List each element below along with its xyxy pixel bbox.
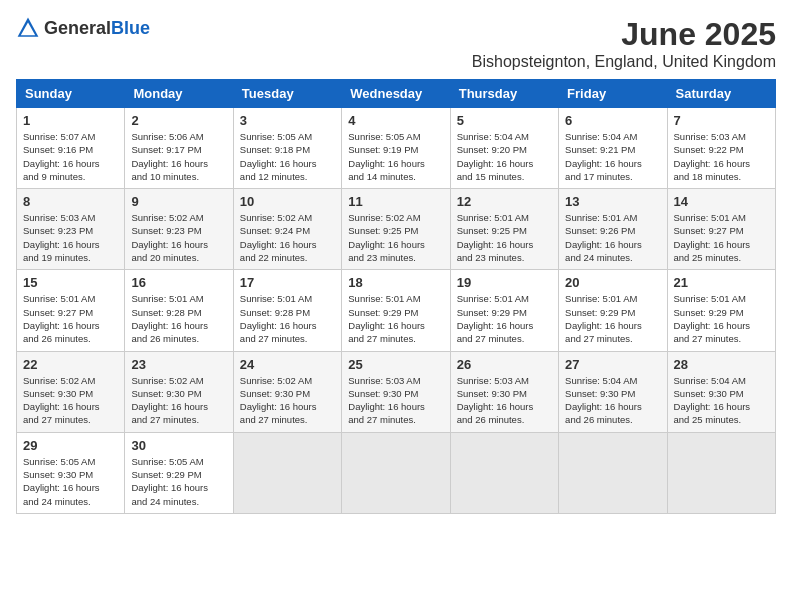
day-detail: Sunrise: 5:01 AMSunset: 9:26 PMDaylight:…	[565, 211, 660, 264]
day-detail: Sunrise: 5:04 AMSunset: 9:20 PMDaylight:…	[457, 130, 552, 183]
table-row: 14Sunrise: 5:01 AMSunset: 9:27 PMDayligh…	[667, 189, 775, 270]
day-number: 24	[240, 357, 335, 372]
table-row: 22Sunrise: 5:02 AMSunset: 9:30 PMDayligh…	[17, 351, 125, 432]
header: GeneralBlue June 2025 Bishopsteignton, E…	[16, 16, 776, 71]
day-detail: Sunrise: 5:01 AMSunset: 9:28 PMDaylight:…	[240, 292, 335, 345]
table-row: 19Sunrise: 5:01 AMSunset: 9:29 PMDayligh…	[450, 270, 558, 351]
table-row: 12Sunrise: 5:01 AMSunset: 9:25 PMDayligh…	[450, 189, 558, 270]
day-number: 23	[131, 357, 226, 372]
table-row: 29Sunrise: 5:05 AMSunset: 9:30 PMDayligh…	[17, 432, 125, 513]
weekday-header-saturday: Saturday	[667, 80, 775, 108]
logo: GeneralBlue	[16, 16, 150, 40]
table-row: 17Sunrise: 5:01 AMSunset: 9:28 PMDayligh…	[233, 270, 341, 351]
table-row: 1Sunrise: 5:07 AMSunset: 9:16 PMDaylight…	[17, 108, 125, 189]
table-row	[667, 432, 775, 513]
day-number: 8	[23, 194, 118, 209]
day-detail: Sunrise: 5:01 AMSunset: 9:28 PMDaylight:…	[131, 292, 226, 345]
day-number: 6	[565, 113, 660, 128]
day-detail: Sunrise: 5:05 AMSunset: 9:19 PMDaylight:…	[348, 130, 443, 183]
day-detail: Sunrise: 5:02 AMSunset: 9:30 PMDaylight:…	[23, 374, 118, 427]
day-number: 21	[674, 275, 769, 290]
table-row: 3Sunrise: 5:05 AMSunset: 9:18 PMDaylight…	[233, 108, 341, 189]
table-row	[559, 432, 667, 513]
day-number: 30	[131, 438, 226, 453]
day-number: 16	[131, 275, 226, 290]
day-number: 13	[565, 194, 660, 209]
day-detail: Sunrise: 5:01 AMSunset: 9:29 PMDaylight:…	[674, 292, 769, 345]
day-number: 5	[457, 113, 552, 128]
day-number: 9	[131, 194, 226, 209]
table-row: 30Sunrise: 5:05 AMSunset: 9:29 PMDayligh…	[125, 432, 233, 513]
calendar-row-3: 15Sunrise: 5:01 AMSunset: 9:27 PMDayligh…	[17, 270, 776, 351]
day-number: 4	[348, 113, 443, 128]
day-detail: Sunrise: 5:04 AMSunset: 9:21 PMDaylight:…	[565, 130, 660, 183]
table-row: 10Sunrise: 5:02 AMSunset: 9:24 PMDayligh…	[233, 189, 341, 270]
day-detail: Sunrise: 5:01 AMSunset: 9:29 PMDaylight:…	[348, 292, 443, 345]
day-detail: Sunrise: 5:04 AMSunset: 9:30 PMDaylight:…	[565, 374, 660, 427]
table-row	[233, 432, 341, 513]
day-detail: Sunrise: 5:01 AMSunset: 9:27 PMDaylight:…	[23, 292, 118, 345]
day-number: 7	[674, 113, 769, 128]
day-number: 29	[23, 438, 118, 453]
table-row: 16Sunrise: 5:01 AMSunset: 9:28 PMDayligh…	[125, 270, 233, 351]
weekday-header-tuesday: Tuesday	[233, 80, 341, 108]
day-detail: Sunrise: 5:02 AMSunset: 9:30 PMDaylight:…	[240, 374, 335, 427]
day-number: 2	[131, 113, 226, 128]
day-detail: Sunrise: 5:03 AMSunset: 9:30 PMDaylight:…	[457, 374, 552, 427]
day-detail: Sunrise: 5:05 AMSunset: 9:29 PMDaylight:…	[131, 455, 226, 508]
table-row: 8Sunrise: 5:03 AMSunset: 9:23 PMDaylight…	[17, 189, 125, 270]
day-detail: Sunrise: 5:02 AMSunset: 9:25 PMDaylight:…	[348, 211, 443, 264]
weekday-header-monday: Monday	[125, 80, 233, 108]
calendar-row-1: 1Sunrise: 5:07 AMSunset: 9:16 PMDaylight…	[17, 108, 776, 189]
day-detail: Sunrise: 5:07 AMSunset: 9:16 PMDaylight:…	[23, 130, 118, 183]
day-number: 26	[457, 357, 552, 372]
table-row: 6Sunrise: 5:04 AMSunset: 9:21 PMDaylight…	[559, 108, 667, 189]
day-detail: Sunrise: 5:06 AMSunset: 9:17 PMDaylight:…	[131, 130, 226, 183]
day-number: 12	[457, 194, 552, 209]
day-detail: Sunrise: 5:03 AMSunset: 9:23 PMDaylight:…	[23, 211, 118, 264]
day-number: 19	[457, 275, 552, 290]
logo-blue-text: Blue	[111, 18, 150, 38]
day-number: 22	[23, 357, 118, 372]
day-number: 11	[348, 194, 443, 209]
table-row: 18Sunrise: 5:01 AMSunset: 9:29 PMDayligh…	[342, 270, 450, 351]
day-detail: Sunrise: 5:02 AMSunset: 9:24 PMDaylight:…	[240, 211, 335, 264]
day-number: 14	[674, 194, 769, 209]
day-number: 20	[565, 275, 660, 290]
table-row: 4Sunrise: 5:05 AMSunset: 9:19 PMDaylight…	[342, 108, 450, 189]
logo-general-text: General	[44, 18, 111, 38]
table-row: 20Sunrise: 5:01 AMSunset: 9:29 PMDayligh…	[559, 270, 667, 351]
table-row: 5Sunrise: 5:04 AMSunset: 9:20 PMDaylight…	[450, 108, 558, 189]
day-detail: Sunrise: 5:05 AMSunset: 9:30 PMDaylight:…	[23, 455, 118, 508]
title-area: June 2025 Bishopsteignton, England, Unit…	[472, 16, 776, 71]
day-detail: Sunrise: 5:01 AMSunset: 9:29 PMDaylight:…	[565, 292, 660, 345]
day-number: 18	[348, 275, 443, 290]
day-detail: Sunrise: 5:02 AMSunset: 9:30 PMDaylight:…	[131, 374, 226, 427]
day-number: 25	[348, 357, 443, 372]
day-number: 1	[23, 113, 118, 128]
table-row: 13Sunrise: 5:01 AMSunset: 9:26 PMDayligh…	[559, 189, 667, 270]
table-row: 11Sunrise: 5:02 AMSunset: 9:25 PMDayligh…	[342, 189, 450, 270]
day-number: 10	[240, 194, 335, 209]
day-detail: Sunrise: 5:05 AMSunset: 9:18 PMDaylight:…	[240, 130, 335, 183]
day-detail: Sunrise: 5:02 AMSunset: 9:23 PMDaylight:…	[131, 211, 226, 264]
table-row: 28Sunrise: 5:04 AMSunset: 9:30 PMDayligh…	[667, 351, 775, 432]
table-row: 23Sunrise: 5:02 AMSunset: 9:30 PMDayligh…	[125, 351, 233, 432]
weekday-header-thursday: Thursday	[450, 80, 558, 108]
table-row: 25Sunrise: 5:03 AMSunset: 9:30 PMDayligh…	[342, 351, 450, 432]
location: Bishopsteignton, England, United Kingdom	[472, 53, 776, 71]
day-detail: Sunrise: 5:01 AMSunset: 9:25 PMDaylight:…	[457, 211, 552, 264]
day-detail: Sunrise: 5:01 AMSunset: 9:29 PMDaylight:…	[457, 292, 552, 345]
table-row	[450, 432, 558, 513]
weekday-header-friday: Friday	[559, 80, 667, 108]
day-number: 15	[23, 275, 118, 290]
day-number: 3	[240, 113, 335, 128]
table-row: 21Sunrise: 5:01 AMSunset: 9:29 PMDayligh…	[667, 270, 775, 351]
table-row: 27Sunrise: 5:04 AMSunset: 9:30 PMDayligh…	[559, 351, 667, 432]
weekday-header-wednesday: Wednesday	[342, 80, 450, 108]
logo-icon	[16, 16, 40, 40]
day-number: 27	[565, 357, 660, 372]
table-row: 9Sunrise: 5:02 AMSunset: 9:23 PMDaylight…	[125, 189, 233, 270]
day-number: 28	[674, 357, 769, 372]
day-detail: Sunrise: 5:04 AMSunset: 9:30 PMDaylight:…	[674, 374, 769, 427]
